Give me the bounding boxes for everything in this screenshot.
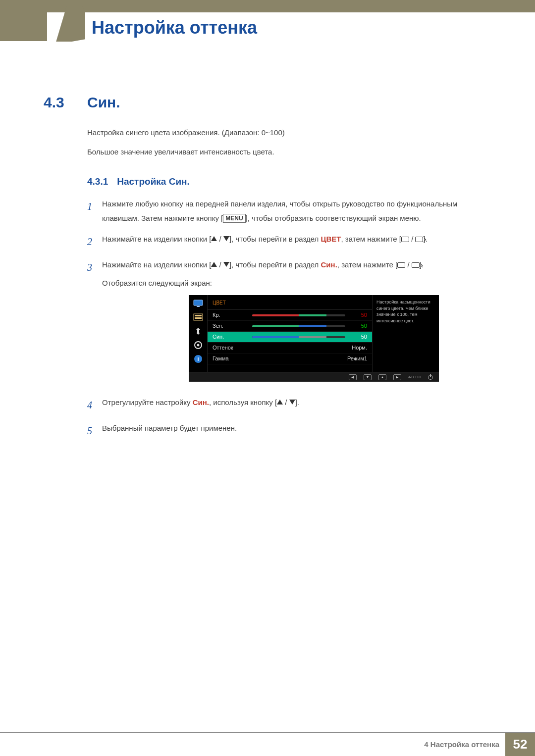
subsection-number: 4.3.1 <box>87 176 108 187</box>
osd-slider <box>252 314 345 316</box>
step-text: Нажимайте на изделии кнопки [ <box>102 235 211 243</box>
osd-help-text: Настройка насыщенности синего цвета. Чем… <box>372 295 439 372</box>
down-button-icon: ▼ <box>364 374 372 380</box>
right-button-icon: ▶ <box>393 374 401 380</box>
subsection-heading: 4.3.1 Настройка Син. <box>87 176 491 187</box>
osd-sidebar: i <box>189 295 208 372</box>
source-icon <box>397 262 405 268</box>
step-number: 3 <box>87 258 102 389</box>
osd-row-tint: Оттенок Норм. <box>208 343 372 353</box>
svg-rect-0 <box>194 300 203 305</box>
step-text: , затем нажмите [ <box>337 260 397 269</box>
svg-rect-1 <box>197 306 200 307</box>
osd-slider <box>252 336 345 338</box>
osd-value: 50 <box>351 310 367 320</box>
step-text: Отрегулируйте настройку <box>102 398 193 406</box>
step-text: ]. <box>295 398 299 406</box>
step-text: ], чтобы перейти в раздел <box>229 260 321 269</box>
osd-value: Норм. <box>352 343 367 353</box>
step-number: 1 <box>87 197 102 225</box>
up-button-icon: ▲ <box>378 374 386 380</box>
step-body: Выбранный параметр будет применен. <box>102 421 491 440</box>
osd-row-blue-selected: Син. 50 <box>208 332 372 343</box>
osd-screenshot: i ЦВЕТ Кр. 50 Зел. <box>189 295 491 382</box>
osd-label: Син. <box>213 332 252 342</box>
content: 4.3 Син. Настройка синего цвета изображе… <box>44 94 491 447</box>
intro-line-1: Настройка синего цвета изображения. (Диа… <box>87 126 491 140</box>
step-body: Нажимайте на изделии кнопки [ / ], чтобы… <box>102 232 491 251</box>
size-icon <box>193 327 204 336</box>
up-icon <box>211 236 217 241</box>
section-title: Син. <box>87 94 120 111</box>
osd-label: Гамма <box>213 353 252 364</box>
menu-button-label: MENU <box>223 214 245 223</box>
chapter-number-deco <box>55 6 85 42</box>
step-text: Нажимайте на изделии кнопки [ <box>102 260 211 269</box>
step-3: 3 Нажимайте на изделии кнопки [ / ], что… <box>87 258 491 389</box>
up-icon <box>277 400 283 404</box>
step-5: 5 Выбранный параметр будет применен. <box>87 421 491 440</box>
left-button-icon: ◀ <box>349 374 357 380</box>
info-icon: i <box>193 354 204 363</box>
svg-rect-3 <box>195 315 202 316</box>
step-number: 4 <box>87 396 102 414</box>
step-1: 1 Нажмите любую кнопку на передней панел… <box>87 197 491 225</box>
step-body: Нажмите любую кнопку на передней панели … <box>102 197 491 225</box>
osd-value: 50 <box>351 332 367 342</box>
chapter-title: Настройка оттенка <box>92 17 257 38</box>
step-text: , затем нажмите [ <box>341 235 401 243</box>
up-icon <box>211 262 217 267</box>
page-number: 52 <box>505 733 535 756</box>
osd-label: Оттенок <box>213 343 252 353</box>
osd-footer: ◀ ▼ ▲ ▶ AUTO <box>189 372 439 382</box>
osd-row-gamma: Гамма Режим1 <box>208 353 372 364</box>
osd-row-red: Кр. 50 <box>208 310 372 321</box>
svg-rect-4 <box>195 317 202 319</box>
page-footer: 4 Настройка оттенка 52 <box>0 732 535 756</box>
section-number: 4.3 <box>44 94 87 111</box>
step-text: ], чтобы отобразить соответствующий экра… <box>246 214 421 222</box>
osd-label: Зел. <box>213 321 252 331</box>
down-icon <box>289 400 295 404</box>
gear-icon <box>193 341 204 350</box>
down-icon <box>223 236 229 241</box>
step-text: Выбранный параметр будет применен. <box>102 424 237 432</box>
step-number: 5 <box>87 421 102 440</box>
osd-label: Кр. <box>213 310 252 320</box>
step-4: 4 Отрегулируйте настройку Син., использу… <box>87 396 491 414</box>
intro-line-2: Большое значение увеличивает интенсивнос… <box>87 145 491 159</box>
highlight-blue: Син. <box>193 398 209 406</box>
steps-list: 1 Нажмите любую кнопку на передней панел… <box>87 197 491 440</box>
enter-icon <box>415 237 423 242</box>
subsection-title: Настройка Син. <box>117 176 190 187</box>
osd-value: Режим1 <box>347 353 367 364</box>
source-icon <box>401 237 409 242</box>
step-number: 2 <box>87 232 102 251</box>
svg-text:i: i <box>197 356 199 362</box>
left-stripe <box>0 12 47 41</box>
footer-chapter-label: 4 Настройка оттенка <box>424 740 499 749</box>
osd-panel: i ЦВЕТ Кр. 50 Зел. <box>189 295 439 382</box>
osd-main: ЦВЕТ Кр. 50 Зел. 50 <box>208 295 372 372</box>
step-text: ], чтобы перейти в раздел <box>229 235 321 243</box>
down-icon <box>223 262 229 267</box>
step-body: Нажимайте на изделии кнопки [ / ], чтобы… <box>102 258 491 389</box>
section-heading: 4.3 Син. <box>44 94 491 111</box>
enter-icon <box>412 262 420 268</box>
picture-icon <box>193 313 204 322</box>
step-body: Отрегулируйте настройку Син., используя … <box>102 396 491 414</box>
osd-row-green: Зел. 50 <box>208 321 372 332</box>
osd-slider <box>252 325 345 327</box>
svg-rect-2 <box>194 314 203 320</box>
highlight-color: ЦВЕТ <box>321 235 341 243</box>
step-2: 2 Нажимайте на изделии кнопки [ / ], что… <box>87 232 491 251</box>
monitor-icon <box>193 299 204 308</box>
osd-value: 50 <box>351 321 367 331</box>
power-icon <box>428 375 433 380</box>
highlight-blue: Син. <box>321 260 337 269</box>
osd-header: ЦВЕТ <box>208 295 372 310</box>
step-text: , используя кнопку [ <box>209 398 277 406</box>
step-text: Отобразится следующий экран: <box>102 276 491 291</box>
svg-point-6 <box>197 344 199 347</box>
auto-label: AUTO <box>408 373 421 381</box>
